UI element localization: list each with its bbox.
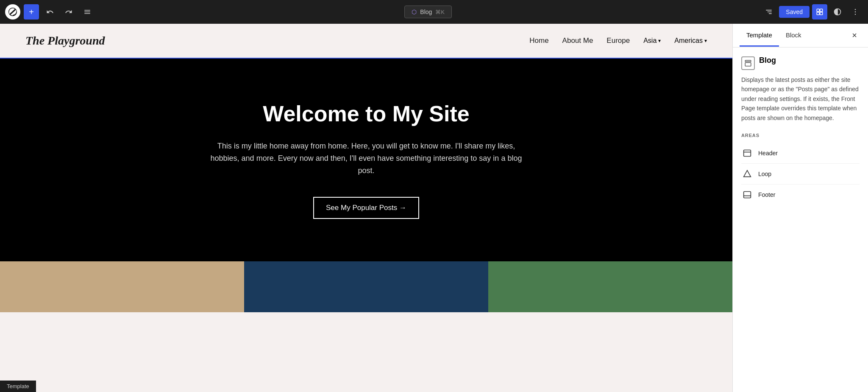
panel-content: Blog Displays the latest posts as either… (733, 48, 868, 392)
footer-label: Footer (758, 191, 775, 198)
tab-template[interactable]: Template (740, 25, 779, 47)
svg-rect-1 (820, 9, 823, 11)
toolbar-center: ⬡ Blog ⌘K (98, 6, 758, 18)
undo-button[interactable] (42, 4, 58, 20)
blog-pill-label: Blog (420, 8, 432, 15)
view-button[interactable] (761, 4, 776, 20)
area-footer[interactable]: Footer (741, 185, 860, 205)
loop-icon (741, 168, 753, 180)
area-header[interactable]: Header (741, 143, 860, 164)
nav-asia[interactable]: Asia ▾ (643, 37, 661, 45)
bottom-bar-label: Template (7, 383, 29, 389)
svg-rect-3 (820, 12, 823, 15)
blog-pill[interactable]: ⬡ Blog ⌘K (404, 6, 452, 18)
toolbar-right: Saved (761, 4, 863, 20)
template-icon (741, 56, 755, 70)
wp-logo[interactable] (5, 4, 20, 20)
svg-rect-9 (745, 62, 751, 66)
site-preview: The Playground Home About Me Europe Asia… (0, 24, 732, 392)
post-thumb-3 (488, 261, 732, 312)
loop-label: Loop (758, 171, 771, 177)
nav-europe[interactable]: Europe (606, 36, 630, 45)
header-label: Header (758, 150, 778, 157)
svg-rect-0 (817, 9, 819, 11)
layout-button[interactable] (812, 4, 827, 20)
saved-button[interactable]: Saved (779, 6, 810, 18)
nav-about[interactable]: About Me (562, 36, 593, 45)
nav-americas[interactable]: Americas ▾ (674, 37, 707, 45)
panel-close-button[interactable]: × (848, 29, 861, 42)
svg-rect-2 (817, 12, 819, 15)
contrast-button[interactable] (830, 4, 845, 20)
post-thumb-1 (0, 261, 244, 312)
redo-button[interactable] (61, 4, 76, 20)
blog-shortcut: ⌘K (435, 9, 445, 15)
svg-rect-13 (744, 191, 751, 198)
svg-point-7 (855, 14, 856, 15)
tools-button[interactable] (80, 4, 95, 20)
area-loop[interactable]: Loop (741, 164, 860, 185)
template-description: Displays the latest posts as either the … (741, 75, 860, 123)
hero-description: This is my little home away from home. H… (205, 140, 527, 176)
svg-point-6 (855, 11, 856, 13)
hero-section: Welcome to My Site This is my little hom… (0, 59, 732, 261)
site-title: The Playground (25, 34, 105, 48)
canvas-area[interactable]: The Playground Home About Me Europe Asia… (0, 24, 732, 392)
panel-header: Template Block × (733, 24, 868, 48)
main-layout: The Playground Home About Me Europe Asia… (0, 24, 868, 392)
svg-rect-8 (745, 60, 751, 62)
site-header: The Playground Home About Me Europe Asia… (0, 24, 732, 59)
svg-rect-10 (744, 150, 751, 156)
svg-point-5 (855, 9, 856, 10)
panel-tabs: Template Block (740, 25, 808, 47)
nav-home[interactable]: Home (529, 36, 548, 45)
post-thumb-2 (244, 261, 488, 312)
americas-chevron-icon: ▾ (704, 38, 707, 44)
main-toolbar: + ⬡ Blog ⌘K Saved (0, 0, 868, 24)
hero-cta-button[interactable]: See My Popular Posts → (313, 197, 419, 219)
blog-icon: ⬡ (412, 8, 417, 15)
areas-label: AREAS (741, 133, 860, 138)
site-nav: Home About Me Europe Asia ▾ Americas ▾ (529, 36, 707, 45)
add-button[interactable]: + (24, 4, 39, 20)
hero-title: Welcome to My Site (25, 101, 707, 126)
template-name: Blog (759, 56, 776, 65)
header-icon (741, 147, 753, 159)
bottom-bar: Template (0, 381, 36, 392)
svg-marker-12 (744, 171, 751, 177)
posts-preview (0, 261, 732, 312)
footer-icon (741, 189, 753, 201)
asia-chevron-icon: ▾ (658, 38, 661, 44)
right-panel: Template Block × Blog Displays the lates… (732, 24, 868, 392)
tab-block[interactable]: Block (779, 25, 808, 47)
options-button[interactable] (848, 4, 863, 20)
